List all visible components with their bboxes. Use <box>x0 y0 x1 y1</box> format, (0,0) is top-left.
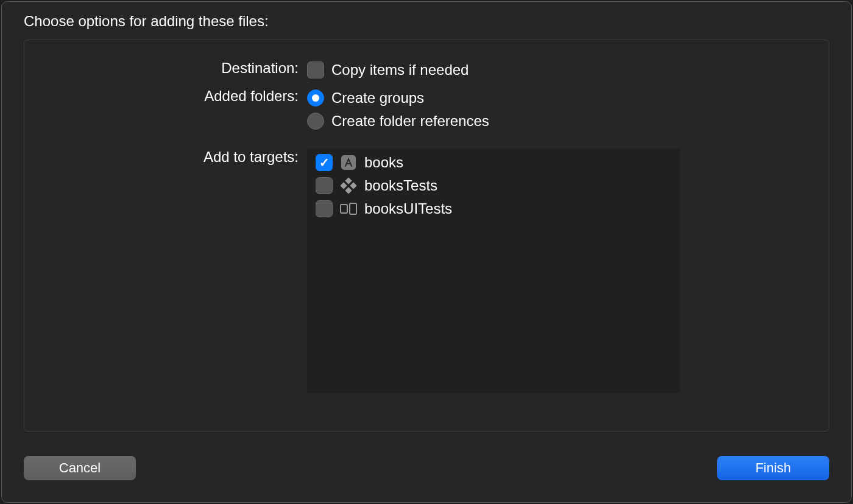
create-groups-radio[interactable] <box>307 89 324 107</box>
target-name: booksTests <box>364 177 437 194</box>
create-groups-option[interactable]: Create groups <box>307 86 816 110</box>
svg-rect-2 <box>341 182 347 189</box>
added-folders-row: Added folders: Create groups Create fold… <box>37 86 816 133</box>
target-checkbox[interactable] <box>316 154 333 171</box>
added-folders-label: Added folders: <box>37 86 307 106</box>
app-icon <box>340 154 357 171</box>
cancel-button[interactable]: Cancel <box>24 456 136 480</box>
target-row[interactable]: booksTests <box>316 174 671 197</box>
ui-tests-icon <box>340 200 357 217</box>
destination-row: Destination: Copy items if needed <box>37 58 816 82</box>
create-groups-label: Create groups <box>331 89 424 107</box>
target-name: books <box>364 154 403 171</box>
dialog-title: Choose options for adding these files: <box>2 2 851 37</box>
svg-rect-3 <box>350 182 356 189</box>
svg-rect-4 <box>345 187 352 194</box>
options-panel: Destination: Copy items if needed Added … <box>24 40 829 432</box>
target-checkbox[interactable] <box>316 200 333 217</box>
target-row[interactable]: booksUITests <box>316 197 671 220</box>
tests-icon <box>340 177 357 194</box>
svg-rect-1 <box>345 178 352 184</box>
copy-items-checkbox[interactable] <box>307 61 324 79</box>
destination-label: Destination: <box>37 58 307 78</box>
copy-items-option[interactable]: Copy items if needed <box>307 58 816 82</box>
create-references-radio[interactable] <box>307 113 324 130</box>
finish-button[interactable]: Finish <box>717 456 829 480</box>
svg-rect-5 <box>341 205 347 213</box>
target-name: booksUITests <box>364 200 452 217</box>
add-targets-row: Add to targets: books <box>37 147 816 393</box>
add-targets-label: Add to targets: <box>37 147 307 167</box>
target-checkbox[interactable] <box>316 177 333 194</box>
create-references-option[interactable]: Create folder references <box>307 110 816 133</box>
targets-list[interactable]: books booksTests <box>307 149 680 393</box>
add-files-dialog: Choose options for adding these files: D… <box>1 1 852 503</box>
copy-items-label: Copy items if needed <box>331 61 469 79</box>
create-references-label: Create folder references <box>331 113 489 130</box>
dialog-footer: Cancel Finish <box>2 432 851 502</box>
svg-rect-6 <box>350 203 356 214</box>
target-row[interactable]: books <box>316 151 671 174</box>
